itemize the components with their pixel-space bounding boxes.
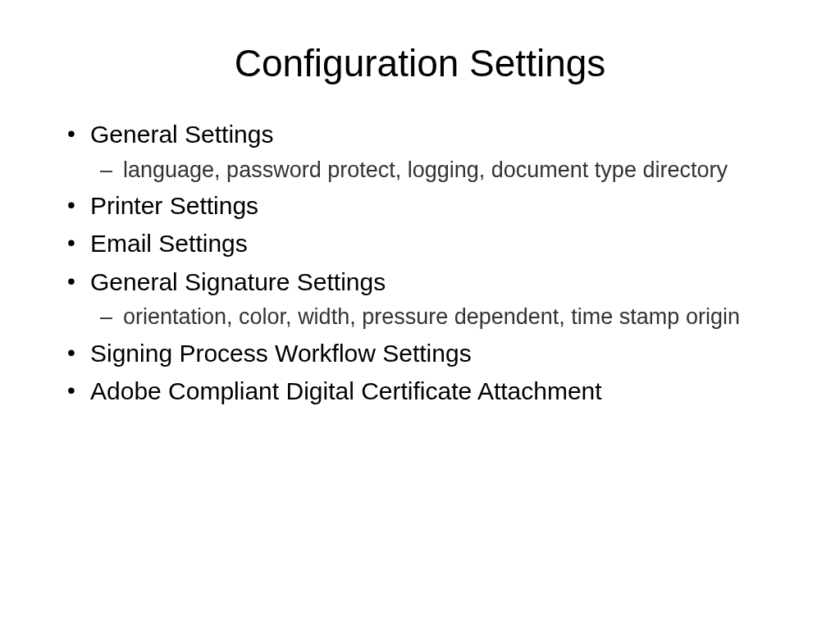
bullet-text: General Signature Settings <box>90 268 386 295</box>
list-item: Signing Process Workflow Settings <box>57 337 783 371</box>
bullet-text: Email Settings <box>90 230 248 257</box>
bullet-text: Printer Settings <box>90 192 258 219</box>
sub-list-item: orientation, color, width, pressure depe… <box>90 302 783 331</box>
sub-list: orientation, color, width, pressure depe… <box>90 302 783 331</box>
bullet-text: Adobe Compliant Digital Certificate Atta… <box>90 377 602 404</box>
slide-title: Configuration Settings <box>57 41 783 85</box>
list-item: General Settings language, password prot… <box>57 118 783 185</box>
sub-list: language, password protect, logging, doc… <box>90 155 783 185</box>
sub-bullet-text: language, password protect, logging, doc… <box>123 158 728 182</box>
bullet-text: Signing Process Workflow Settings <box>90 340 472 367</box>
list-item: Printer Settings <box>57 189 783 223</box>
sub-bullet-text: orientation, color, width, pressure depe… <box>123 304 740 329</box>
sub-list-item: language, password protect, logging, doc… <box>90 155 783 185</box>
bullet-list: General Settings language, password prot… <box>57 118 783 409</box>
list-item: Email Settings <box>57 227 783 261</box>
bullet-text: General Settings <box>90 121 273 148</box>
list-item: Adobe Compliant Digital Certificate Atta… <box>57 375 783 409</box>
list-item: General Signature Settings orientation, … <box>57 266 783 332</box>
